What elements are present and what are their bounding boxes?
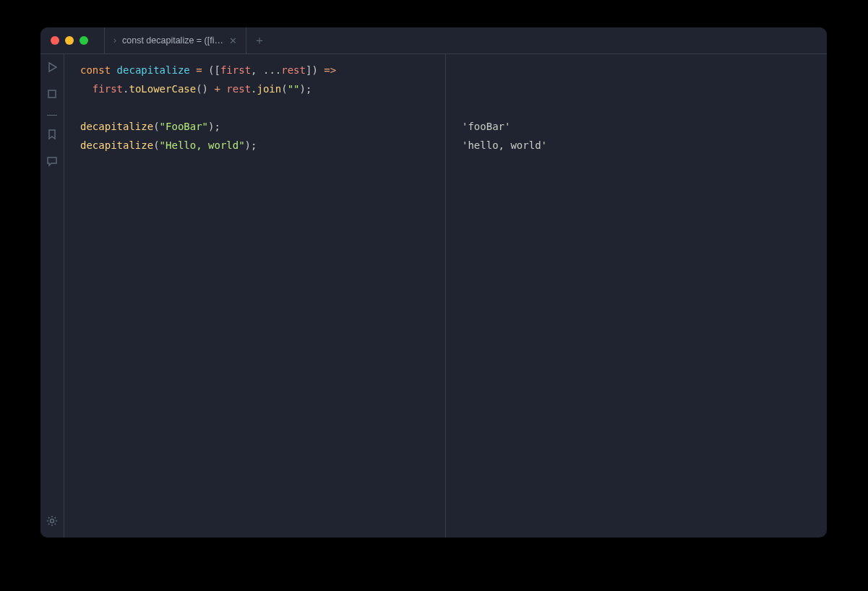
editor-window: › const decapitalize = ([fi… ✕ ＋ [40, 27, 827, 538]
param: first [93, 83, 123, 95]
output-line: 'hello, world' [462, 139, 547, 151]
keyword: const [80, 64, 111, 76]
plus-icon: ＋ [254, 33, 265, 48]
output-pane: 'fooBar' 'hello, world' [446, 54, 827, 538]
add-tab-button[interactable]: ＋ [246, 27, 273, 53]
svg-rect-1 [48, 90, 56, 98]
punct: ) [311, 64, 317, 76]
titlebar: › const decapitalize = ([fi… ✕ ＋ [40, 27, 827, 54]
punct: ( [153, 121, 159, 132]
spread: ... [263, 64, 281, 76]
panes: const decapitalize = ([first, ...rest]) … [64, 54, 827, 538]
stop-icon[interactable] [46, 88, 58, 102]
call: decapitalize [80, 139, 153, 151]
gear-icon[interactable] [46, 515, 58, 529]
punct: ; [306, 83, 311, 95]
identifier: decapitalize [117, 64, 190, 76]
call: decapitalize [80, 121, 153, 132]
punct: ) [245, 139, 251, 151]
punct: ; [251, 139, 257, 151]
chat-icon[interactable] [46, 155, 58, 169]
tab-current[interactable]: › const decapitalize = ([fi… ✕ [104, 27, 246, 53]
punct: , [251, 64, 257, 76]
punct: ( [208, 64, 214, 76]
string: "FooBar" [160, 121, 208, 132]
bookmark-icon[interactable] [46, 129, 58, 142]
string: "Hello, world" [160, 139, 245, 151]
sidebar [40, 54, 64, 538]
punct: ( [153, 139, 159, 151]
zoom-window-button[interactable] [80, 36, 88, 45]
code-editor[interactable]: const decapitalize = ([first, ...rest]) … [64, 54, 446, 538]
param: rest [226, 83, 251, 95]
method: join [257, 83, 282, 95]
tab-title: const decapitalize = ([fi… [122, 35, 223, 46]
chevron-right-icon: › [113, 35, 116, 46]
operator: + [214, 83, 220, 95]
param: first [220, 64, 251, 76]
arrow: => [324, 64, 336, 76]
minimize-window-button[interactable] [65, 36, 74, 45]
param: rest [281, 64, 306, 76]
editor-body: const decapitalize = ([first, ...rest]) … [40, 54, 827, 538]
window-controls [40, 36, 104, 45]
punct: ( [281, 83, 287, 95]
run-icon[interactable] [46, 61, 58, 75]
string: "" [288, 83, 300, 95]
punct: ; [214, 121, 220, 132]
punct: . [251, 83, 257, 95]
output-line: 'fooBar' [462, 121, 510, 132]
close-tab-icon[interactable]: ✕ [229, 36, 237, 46]
svg-marker-0 [49, 63, 56, 72]
svg-point-2 [51, 519, 54, 523]
punct: ) [300, 83, 306, 95]
punct: () [196, 83, 208, 95]
operator: = [196, 64, 202, 76]
punct: [ [215, 64, 220, 76]
close-window-button[interactable] [51, 36, 59, 45]
method: toLowerCase [129, 83, 196, 95]
divider-icon [47, 115, 57, 116]
